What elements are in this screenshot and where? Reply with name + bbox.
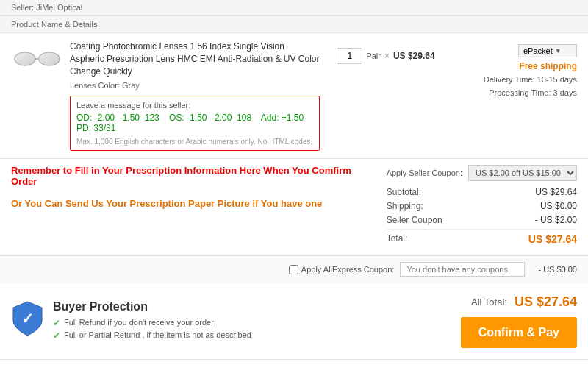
reminder-text-1: Remember to Fill in Your Prescription In… — [11, 165, 365, 187]
aliexpress-coupon-label: Apply AliExpress Coupon: — [301, 265, 395, 274]
all-total-price: US $27.64 — [514, 294, 577, 310]
confirm-pay-button[interactable]: Confirm & Pay — [461, 317, 577, 348]
coupon-label: Apply Seller Coupon: — [387, 169, 462, 177]
subtotal-row: Subtotal: US $29.64 — [387, 187, 577, 197]
all-total-row: All Total: US $27.64 — [471, 294, 577, 310]
processing-time: Processing Time: 3 days — [459, 87, 577, 100]
seller-coupon-select[interactable]: US $2.00 off US $15.00 — [468, 165, 577, 181]
bp-text-1: Full Refund if you don't receive your or… — [64, 318, 214, 327]
product-image — [11, 40, 62, 77]
svg-text:✓: ✓ — [21, 311, 34, 327]
section-header-label: Product Name & Details — [11, 20, 97, 29]
qty-price-area: Pair × US $29.64 — [327, 40, 445, 64]
buyer-protection-content: Buyer Protection ✔ Full Refund if you do… — [53, 300, 251, 343]
message-textarea[interactable]: OD: -2.00 -1.50 123 OS: -1.50 -2.00 108 … — [76, 113, 313, 133]
message-box-note: Max. 1,000 English characters or Arabic … — [76, 138, 313, 146]
free-shipping-label: Free shipping — [459, 61, 577, 71]
seller-coupon-discount-label: Seller Coupon — [387, 215, 442, 225]
seller-bar: Seller: JiMei Optical — [0, 0, 588, 15]
multiply-sign: × — [384, 51, 390, 61]
aliexpress-coupon-check: Apply AliExpress Coupon: — [289, 265, 395, 274]
aliexpress-coupon-checkbox[interactable] — [289, 265, 298, 274]
bp-text-2: Full or Partial Refund , if the item is … — [64, 330, 251, 339]
lenses-color-value: Gray — [122, 81, 140, 90]
reminder-section: Remember to Fill in Your Prescription In… — [0, 159, 588, 255]
epacket-button[interactable]: ePacket ▼ — [518, 44, 577, 57]
seller-name: Seller: JiMei Optical — [11, 3, 82, 12]
lenses-color: Lenses Color: Gray — [70, 81, 320, 90]
svg-point-3 — [39, 52, 60, 65]
total-label: Total: — [387, 233, 408, 245]
shield-icon: ✓ — [11, 300, 44, 337]
seller-coupon-row: Apply Seller Coupon: US $2.00 off US $15… — [387, 165, 577, 181]
aliexpress-coupon-input[interactable] — [400, 262, 525, 277]
pair-label: Pair — [366, 52, 381, 60]
epacket-label: ePacket — [523, 46, 553, 55]
delivery-time: Delivery Time: 10-15 days — [459, 74, 577, 87]
bp-check-icon-2: ✔ — [53, 330, 60, 341]
aliexpress-coupon-bar: Apply AliExpress Coupon: - US $0.00 — [0, 255, 588, 283]
all-total-label: All Total: — [471, 297, 507, 308]
seller-coupon-discount-row: Seller Coupon - US $2.00 — [387, 215, 577, 225]
bp-item-1: ✔ Full Refund if you don't receive your … — [53, 318, 251, 328]
bp-item-2: ✔ Full or Partial Refund , if the item i… — [53, 330, 251, 341]
product-section: Coating Photochromic Lenses 1.56 Index S… — [0, 33, 588, 159]
svg-point-1 — [15, 52, 35, 65]
total-confirm-area: All Total: US $27.64 Confirm & Pay — [445, 294, 577, 348]
total-value: US $27.64 — [528, 233, 577, 245]
buyer-protection-title: Buyer Protection — [53, 300, 251, 313]
shipping-info: Free shipping Delivery Time: 10-15 days … — [459, 61, 577, 99]
order-summary: Apply Seller Coupon: US $2.00 off US $15… — [387, 165, 577, 249]
subtotal-label: Subtotal: — [387, 187, 421, 197]
seller-coupon-discount-value: - US $2.00 — [535, 215, 577, 225]
product-details: Coating Photochromic Lenses 1.56 Index S… — [70, 40, 320, 151]
aliexpress-coupon-discount: - US $0.00 — [538, 265, 577, 274]
bp-check-icon-1: ✔ — [53, 318, 60, 328]
shipping-area: ePacket ▼ Free shipping Delivery Time: 1… — [452, 40, 577, 99]
lenses-color-label: Lenses Color: — [70, 81, 120, 90]
buyer-protection: ✓ Buyer Protection ✔ Full Refund if you … — [11, 300, 430, 343]
section-header: Product Name & Details — [0, 15, 588, 33]
bottom-section: ✓ Buyer Protection ✔ Full Refund if you … — [0, 283, 588, 360]
shipping-value: US $0.00 — [540, 201, 577, 211]
reminder-text-2: Or You Can Send Us Your Prescription Pap… — [11, 198, 365, 209]
message-box-label: Leave a message for this seller: — [76, 101, 313, 110]
subtotal-value: US $29.64 — [535, 187, 577, 197]
epacket-arrow-icon: ▼ — [555, 47, 562, 54]
shipping-label: Shipping: — [387, 201, 423, 211]
qty-price-row: Pair × US $29.64 — [337, 48, 434, 64]
shipping-row: Shipping: US $0.00 — [387, 201, 577, 211]
total-row: Total: US $27.64 — [387, 229, 577, 245]
quantity-input[interactable] — [337, 48, 362, 64]
product-name: Coating Photochromic Lenses 1.56 Index S… — [70, 40, 320, 77]
seller-message-box: Leave a message for this seller: OD: -2.… — [70, 96, 320, 151]
reminder-left: Remember to Fill in Your Prescription In… — [11, 165, 365, 249]
unit-price: US $29.64 — [393, 51, 435, 61]
